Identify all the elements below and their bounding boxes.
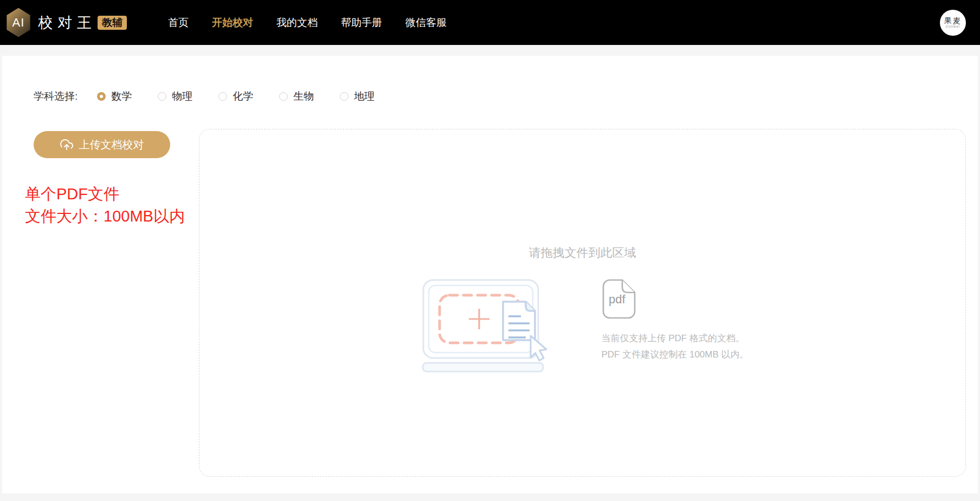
subject-select-row: 学科选择: 数学 物理 化学 生物 [25,89,978,103]
avatar-brand-name-en: GUOMAI [946,25,960,29]
avatar-brand-name: 果麦 [944,17,962,25]
nav-item-wechat-support[interactable]: 微信客服 [404,12,448,33]
pdf-hint-line-1: 当前仅支持上传 PDF 格式的文档。 [602,330,744,347]
subject-options: 数学 物理 化学 生物 地理 [97,89,375,103]
laptop-drag-illustration-icon [422,278,554,374]
upload-section: 上传文档校对 单个PDF文件 文件大小：100MB以内 请拖拽文件到此区域 [25,129,978,477]
cloud-upload-icon [60,138,73,151]
pdf-file-icon: pdf [602,278,636,320]
notice-line-1: 单个PDF文件 [25,183,199,205]
nav-item-help-manual[interactable]: 帮助手册 [340,12,383,33]
radio-subject-math[interactable]: 数学 [97,89,132,103]
dropzone-illustration-row: pdf 当前仅支持上传 PDF 格式的文档。 PDF 文件建议控制在 100MB… [422,278,744,374]
radio-label: 生物 [293,89,314,103]
nav-item-start-proofread[interactable]: 开始校对 [211,12,254,33]
dropzone-title: 请拖拽文件到此区域 [529,245,636,261]
radio-circle-icon [279,92,288,101]
app-logo[interactable]: AI 校对王 教辅 [5,8,127,37]
radio-subject-geography[interactable]: 地理 [340,89,375,103]
radio-label: 化学 [233,89,253,103]
radio-circle-icon [218,92,227,101]
upload-document-button[interactable]: 上传文档校对 [34,131,170,158]
page-body: 学科选择: 数学 物理 化学 生物 [0,45,980,501]
file-dropzone[interactable]: 请拖拽文件到此区域 [199,129,966,477]
edition-badge: 教辅 [98,16,127,30]
pdf-format-info: pdf 当前仅支持上传 PDF 格式的文档。 PDF 文件建议控制在 100MB… [602,278,744,363]
notice-line-2: 文件大小：100MB以内 [25,205,199,227]
radio-label: 地理 [354,89,375,103]
radio-subject-biology[interactable]: 生物 [279,89,314,103]
logo-ai-text: AI [12,16,25,30]
nav-item-home[interactable]: 首页 [167,12,190,33]
svg-text:pdf: pdf [609,292,626,306]
main-nav: 首页 开始校对 我的文档 帮助手册 微信客服 [167,12,448,33]
top-navbar: AI 校对王 教辅 首页 开始校对 我的文档 帮助手册 微信客服 果麦 GUOM… [0,0,980,45]
radio-label: 数学 [111,89,132,103]
radio-circle-icon [158,92,166,101]
nav-item-my-documents[interactable]: 我的文档 [275,12,319,33]
upload-requirements-notice: 单个PDF文件 文件大小：100MB以内 [25,183,199,227]
radio-circle-icon [97,92,106,101]
subject-select-label: 学科选择: [34,89,78,103]
brand-avatar[interactable]: 果麦 GUOMAI [940,10,966,36]
upload-left-column: 上传文档校对 单个PDF文件 文件大小：100MB以内 [25,129,199,477]
pdf-hint-line-2: PDF 文件建议控制在 100MB 以内。 [602,347,744,363]
content-card: 学科选择: 数学 物理 化学 生物 [2,56,978,493]
hexagon-logo-icon: AI [5,8,31,37]
radio-subject-chemistry[interactable]: 化学 [218,89,253,103]
radio-label: 物理 [172,89,192,103]
pdf-hint-text: 当前仅支持上传 PDF 格式的文档。 PDF 文件建议控制在 100MB 以内。 [602,330,744,363]
app-title: 校对王 [38,13,96,32]
upload-button-label: 上传文档校对 [79,138,144,152]
radio-subject-physics[interactable]: 物理 [158,89,192,103]
radio-circle-icon [340,92,349,101]
